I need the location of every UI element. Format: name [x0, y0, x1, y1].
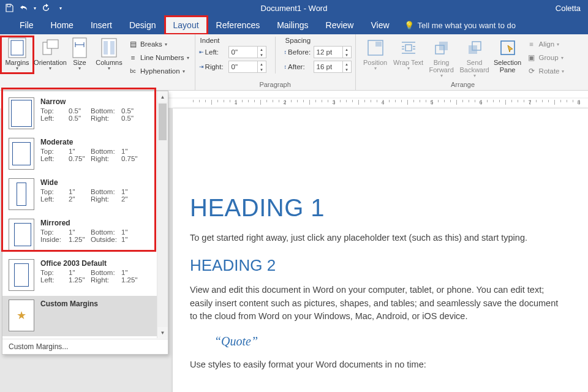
spinner-icon[interactable]: ▲▼	[342, 47, 351, 58]
margin-preset-cell: Right:	[91, 155, 121, 162]
tab-mailings[interactable]: Mailings	[268, 16, 317, 34]
hyphenation-button[interactable]: bcHyphenation▾	[126, 65, 191, 77]
heading-1[interactable]: HEADING 1	[190, 194, 566, 222]
tab-design[interactable]: Design	[121, 16, 165, 34]
margin-preset-cell: Bottom:	[91, 188, 121, 195]
send-backward-button[interactable]: Send Backward▾	[459, 37, 491, 80]
margin-preset-cell: 2"	[121, 195, 142, 203]
indent-header: Indent	[199, 37, 266, 44]
quote-text[interactable]: “Quote”	[214, 334, 566, 349]
margins-button[interactable]: Margins▾	[1, 37, 33, 73]
group-paragraph: Indent ⇤Left: 0"▲▼ ⇥Right: 0"▲▼ Spacing …	[195, 34, 356, 90]
margin-preset-cell: 2"	[69, 195, 91, 203]
redo-icon[interactable]	[39, 1, 53, 15]
spacing-before-input[interactable]: 12 pt▲▼	[314, 46, 352, 58]
spacing-after-input[interactable]: 16 pt▲▼	[314, 61, 352, 73]
ribbon: Margins▾ Orientation▾ Size▾ Columns▾ ▤Br…	[0, 34, 588, 91]
tab-layout[interactable]: Layout	[165, 16, 208, 34]
group-button[interactable]: ▣Group▾	[525, 51, 567, 64]
margin-preset-moderate[interactable]: ModerateTop:1"Bottom:1"Left:0.75"Right:0…	[2, 134, 157, 175]
margin-preset-cell: 1"	[121, 188, 142, 195]
orientation-button[interactable]: Orientation▾	[34, 37, 66, 73]
margin-preset-cell: Right:	[91, 195, 121, 203]
wrap-text-button[interactable]: Wrap Text▾	[393, 37, 424, 73]
margin-preset-cell: Top:	[40, 107, 69, 115]
body-text-1[interactable]: To get started right away, just click an…	[190, 232, 566, 245]
size-button[interactable]: Size▾	[67, 37, 92, 73]
bring-forward-label: Bring Forward	[426, 59, 458, 74]
spinner-icon[interactable]: ▲▼	[257, 61, 266, 72]
columns-button[interactable]: Columns▾	[93, 37, 125, 73]
margin-preset-cell: 1.25"	[69, 276, 91, 284]
rotate-label: Rotate	[539, 67, 560, 75]
svg-rect-7	[104, 41, 108, 55]
undo-icon[interactable]	[17, 1, 31, 15]
svg-rect-11	[405, 45, 412, 51]
save-icon[interactable]	[2, 1, 16, 15]
margin-preset-cell: Top:	[40, 188, 69, 195]
margin-preset-cell: Bottom:	[91, 148, 121, 155]
breaks-button[interactable]: ▤Breaks▾	[126, 38, 191, 50]
arrange-group-label: Arrange	[360, 81, 567, 89]
line-numbers-button[interactable]: ≡Line Numbers▾	[126, 51, 191, 64]
tab-references[interactable]: References	[208, 16, 269, 34]
margin-preset-wide[interactable]: WideTop:1"Bottom:1"Left:2"Right:2"	[2, 175, 157, 215]
margin-preset-name: Custom Margins	[40, 300, 151, 308]
margin-preset-cell: 0.5"	[121, 115, 142, 122]
margin-preset-name: Narrow	[40, 97, 151, 106]
margin-preset-cell: 1.25"	[121, 276, 142, 284]
rotate-button[interactable]: ⟳Rotate▾	[525, 65, 567, 77]
lightbulb-icon: 💡	[404, 21, 414, 30]
spinner-icon[interactable]: ▲▼	[257, 47, 266, 58]
custom-margins-menu-item[interactable]: Custom Margins...	[2, 339, 168, 354]
margin-preset-office-2003-default[interactable]: Office 2003 DefaultTop:1"Bottom:1"Left:1…	[2, 255, 157, 296]
position-icon	[366, 38, 385, 58]
position-button[interactable]: Position▾	[360, 37, 391, 73]
indent-left-value: 0"	[229, 47, 257, 58]
margins-icon	[7, 38, 27, 58]
send-backward-icon	[465, 38, 484, 58]
selection-pane-icon	[498, 38, 518, 58]
tab-file[interactable]: File	[11, 16, 42, 34]
indent-right-icon: ⇥	[199, 64, 204, 70]
margin-preset-custom[interactable]: ★Custom Margins	[2, 296, 157, 336]
body-text-2[interactable]: View and edit this document in Word on y…	[190, 284, 566, 323]
svg-rect-10	[375, 42, 382, 47]
margin-preset-cell: Left:	[40, 115, 69, 122]
tab-view[interactable]: View	[362, 16, 398, 34]
indent-right-input[interactable]: 0"▲▼	[228, 61, 266, 73]
qat-customize-icon[interactable]: ▾	[54, 1, 67, 15]
margin-preset-narrow[interactable]: NarrowTop:0.5"Bottom:0.5"Left:0.5"Right:…	[2, 94, 157, 134]
horizontal-ruler[interactable]: 12345678	[168, 97, 588, 108]
scroll-down-icon[interactable]: ▼	[157, 327, 168, 338]
indent-left-row: ⇤Left: 0"▲▼	[199, 45, 266, 59]
margin-preset-name: Moderate	[40, 138, 151, 146]
spinner-icon[interactable]: ▲▼	[342, 61, 351, 72]
group-arrange: Position▾ Wrap Text▾ Bring Forward▾ Send…	[356, 34, 570, 90]
svg-rect-16	[501, 41, 514, 55]
indent-left-input[interactable]: 0"▲▼	[228, 46, 266, 58]
align-button[interactable]: ≡Align▾	[525, 38, 567, 50]
body-text-3[interactable]: Use styles to easily format your Word do…	[190, 358, 566, 372]
tab-review[interactable]: Review	[317, 16, 363, 34]
margin-preset-cell: Top:	[40, 148, 69, 155]
scroll-thumb[interactable]	[159, 104, 167, 140]
breaks-label: Breaks	[140, 40, 162, 48]
margin-preset-name: Wide	[40, 178, 151, 187]
tell-me-search[interactable]: 💡 Tell me what you want to do	[404, 21, 516, 30]
user-name[interactable]: Coletta	[556, 4, 586, 13]
indent-right-row: ⇥Right: 0"▲▼	[199, 60, 266, 74]
caret-down-icon[interactable]: ▾	[32, 1, 38, 15]
selection-pane-button[interactable]: Selection Pane	[492, 37, 524, 75]
page[interactable]: HEADING 1 To get started right away, jus…	[173, 108, 588, 392]
scroll-up-icon[interactable]: ▲	[157, 91, 168, 102]
margin-preset-mirrored[interactable]: MirroredTop:1"Bottom:1"Inside:1.25"Outsi…	[2, 215, 157, 255]
dropdown-scrollbar[interactable]: ▲ ▼	[157, 91, 168, 338]
heading-2[interactable]: HEADING 2	[190, 256, 566, 275]
bring-forward-button[interactable]: Bring Forward▾	[426, 37, 458, 80]
tab-home[interactable]: Home	[42, 16, 82, 34]
tab-insert[interactable]: Insert	[82, 16, 121, 34]
page-setup-group-label	[1, 81, 191, 89]
tell-me-label: Tell me what you want to do	[418, 21, 516, 30]
spacing-after-label: After:	[288, 63, 304, 70]
